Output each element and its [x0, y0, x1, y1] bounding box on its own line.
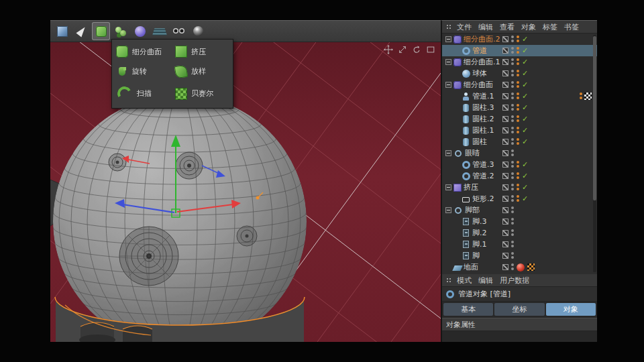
cube-primitive-button[interactable] [53, 22, 71, 40]
enabled-check-icon[interactable]: ✓ [522, 104, 528, 111]
edit-icon[interactable] [502, 70, 508, 76]
tree-row[interactable]: 管道.3✓ [442, 159, 597, 170]
flyout-item[interactable]: 放样 [173, 62, 231, 81]
tree-row[interactable]: 地面 [442, 261, 597, 273]
edit-icon[interactable] [502, 127, 508, 133]
enabled-check-icon[interactable]: ✓ [522, 195, 528, 202]
expand-toggle[interactable] [445, 82, 451, 88]
expand-toggle[interactable] [445, 207, 451, 213]
visibility-dots[interactable] [511, 184, 514, 191]
edit-icon[interactable] [502, 173, 508, 179]
enabled-check-icon[interactable]: ✓ [522, 70, 528, 77]
texture-tag-icon[interactable] [584, 93, 592, 100]
environment-button[interactable] [150, 22, 168, 40]
menu-item[interactable]: 用户数据 [500, 276, 529, 286]
visibility-dots[interactable] [511, 115, 514, 123]
visibility-dots[interactable] [511, 47, 514, 54]
tree-row[interactable]: 脚.2 [442, 227, 597, 239]
menu-item[interactable]: 标签 [543, 22, 557, 32]
spline-pen-button[interactable] [72, 22, 91, 40]
tree-row[interactable]: 圆柱✓ [442, 136, 597, 147]
animation-dots[interactable] [517, 195, 519, 202]
visibility-dots[interactable] [511, 161, 514, 168]
deformer-button[interactable] [131, 22, 149, 40]
animation-dots[interactable] [517, 138, 519, 145]
tree-scrollbar[interactable] [593, 35, 596, 272]
animation-dots[interactable] [517, 104, 519, 111]
animation-dots[interactable] [517, 47, 519, 54]
zoom-icon[interactable] [398, 45, 407, 54]
flyout-item[interactable]: 贝赛尔 [173, 82, 231, 105]
tree-row[interactable]: 管道.1✓ [442, 90, 597, 102]
animation-dots[interactable] [517, 36, 519, 43]
animation-dots[interactable] [517, 127, 519, 134]
tree-row[interactable]: 球体✓ [442, 68, 597, 79]
visibility-dots[interactable] [511, 263, 514, 271]
enabled-check-icon[interactable]: ✓ [522, 184, 528, 191]
enabled-check-icon[interactable]: ✓ [522, 115, 528, 123]
visibility-dots[interactable] [511, 206, 514, 214]
tree-row[interactable]: 圆柱.2✓ [442, 113, 597, 125]
expand-toggle[interactable] [445, 184, 451, 190]
enabled-check-icon[interactable]: ✓ [522, 93, 528, 100]
edit-icon[interactable] [502, 264, 508, 270]
visibility-dots[interactable] [511, 127, 514, 134]
edit-icon[interactable] [502, 48, 508, 54]
menu-item[interactable]: 文件 [457, 22, 472, 32]
volume-button[interactable] [111, 22, 129, 40]
edit-icon[interactable] [502, 105, 508, 111]
visibility-dots[interactable] [511, 93, 514, 100]
visibility-dots[interactable] [511, 104, 514, 111]
scrollbar-thumb[interactable] [593, 36, 596, 200]
tree-row[interactable]: 管道.2✓ [442, 170, 597, 182]
enabled-check-icon[interactable]: ✓ [522, 36, 528, 43]
animation-dots[interactable] [517, 81, 519, 88]
edit-icon[interactable] [502, 36, 508, 42]
flyout-item[interactable]: 旋转 [114, 62, 172, 81]
menu-item[interactable]: 对象 [521, 22, 536, 32]
visibility-dots[interactable] [511, 241, 514, 248]
visibility-dots[interactable] [511, 172, 514, 180]
material-tag-icon[interactable] [517, 263, 525, 272]
edit-icon[interactable] [502, 196, 508, 202]
tree-row[interactable]: 圆柱.1✓ [442, 125, 597, 136]
tree-row[interactable]: 矩形.2✓ [442, 193, 597, 204]
edit-icon[interactable] [502, 184, 508, 190]
tree-row[interactable]: 圆柱.3✓ [442, 102, 597, 113]
enabled-check-icon[interactable]: ✓ [522, 161, 528, 168]
pan-icon[interactable] [384, 45, 393, 54]
edit-icon[interactable] [502, 59, 508, 65]
flyout-item[interactable]: 挤压 [173, 43, 231, 60]
animation-dots[interactable] [517, 161, 519, 168]
tab-object[interactable]: 对象 [546, 303, 596, 316]
visibility-dots[interactable] [511, 218, 514, 225]
animation-dots[interactable] [517, 58, 519, 66]
edit-icon[interactable] [502, 253, 508, 259]
tag-dots[interactable] [580, 93, 582, 100]
menu-item[interactable]: 查看 [500, 22, 515, 32]
edit-icon[interactable] [502, 219, 508, 225]
tree-row[interactable]: 管道✓ [442, 45, 597, 56]
visibility-dots[interactable] [511, 229, 514, 237]
enabled-check-icon[interactable]: ✓ [522, 58, 528, 66]
menu-item[interactable]: 编辑 [478, 22, 493, 32]
visibility-dots[interactable] [511, 149, 514, 157]
tab-coord[interactable]: 坐标 [494, 303, 544, 316]
maximize-icon[interactable] [426, 45, 435, 54]
menu-item[interactable]: 书签 [564, 22, 579, 32]
visibility-dots[interactable] [511, 252, 514, 259]
edit-icon[interactable] [502, 207, 508, 213]
tree-row[interactable]: 细分曲面.2✓ [442, 34, 597, 45]
tree-row[interactable]: 脚 [442, 250, 597, 261]
animation-dots[interactable] [517, 184, 519, 191]
visibility-dots[interactable] [511, 70, 514, 77]
tree-row[interactable]: 细分曲面✓ [442, 79, 597, 90]
tree-row[interactable]: 挤压✓ [442, 182, 597, 193]
checker-tag-icon[interactable] [527, 263, 535, 271]
visibility-dots[interactable] [511, 36, 514, 43]
edit-icon[interactable] [502, 139, 508, 145]
flyout-item[interactable]: 扫描 [114, 82, 172, 105]
visibility-dots[interactable] [511, 195, 514, 202]
edit-icon[interactable] [502, 241, 508, 247]
enabled-check-icon[interactable]: ✓ [522, 47, 528, 54]
